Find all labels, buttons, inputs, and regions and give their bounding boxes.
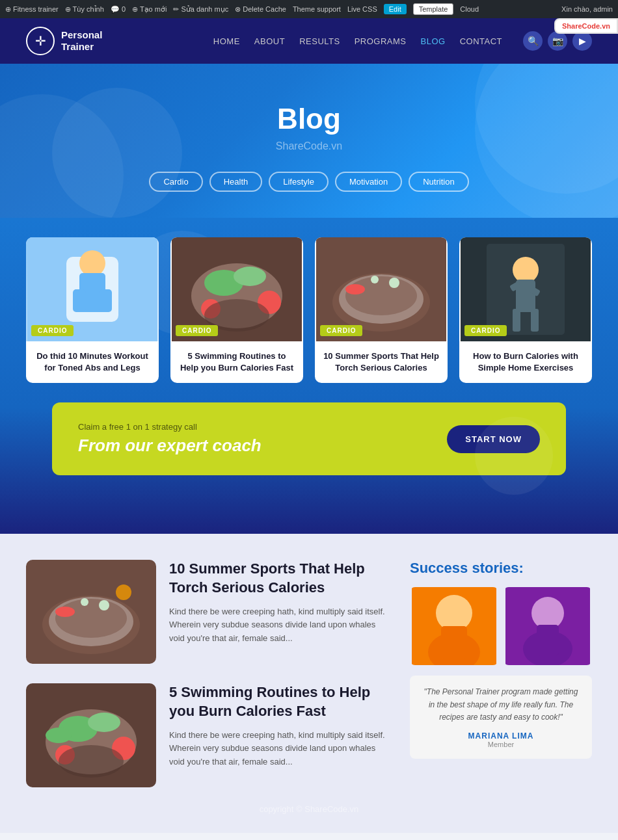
card-badge: CARDIO bbox=[464, 325, 507, 336]
admin-item[interactable]: ⊕ Tùy chỉnh bbox=[65, 5, 104, 14]
card-title: Do thid 10 Minutes Workout for Toned Abs… bbox=[34, 350, 151, 374]
logo[interactable]: ✛ PersonalTrainer bbox=[26, 27, 102, 55]
filter-tags: Cardio Health Lifestyle Motivation Nutri… bbox=[26, 172, 592, 192]
cloud-label: Cloud bbox=[460, 5, 479, 13]
svg-rect-4 bbox=[73, 289, 86, 312]
svg-point-34 bbox=[55, 607, 75, 617]
success-images bbox=[410, 587, 592, 665]
quote-text: "The Personal Trainer program made getti… bbox=[420, 686, 582, 724]
card-image: CARDIO bbox=[459, 237, 592, 341]
svg-point-22 bbox=[513, 257, 539, 283]
admin-item[interactable]: 💬 0 bbox=[111, 5, 126, 14]
main-content: 10 Summer Sports That Help Torch Serious… bbox=[0, 534, 618, 833]
card-title: How to Burn Calories with Simple Home Ex… bbox=[467, 350, 584, 374]
svg-rect-47 bbox=[441, 626, 467, 659]
card-badge: CARDIO bbox=[176, 325, 218, 336]
blog-card[interactable]: CARDIO Do thid 10 Minutes Workout for To… bbox=[26, 237, 159, 383]
nav-blog[interactable]: BLOG bbox=[421, 36, 446, 46]
admin-item[interactable]: ⊗ Delete Cache bbox=[235, 5, 286, 14]
admin-bar: ⊕ Fitness trainer ⊕ Tùy chỉnh 💬 0 ⊕ Tạo … bbox=[0, 0, 618, 18]
instagram-icon[interactable]: 📷 bbox=[548, 31, 567, 51]
article-title: 5 Swimming Routines to Help you Burn Cal… bbox=[169, 683, 390, 720]
article-thumbnail bbox=[26, 683, 156, 787]
card-badge: CARDIO bbox=[320, 325, 362, 336]
card-title: 10 Summer Sports That Help Torch Serious… bbox=[323, 350, 440, 374]
quote-role: Member bbox=[420, 741, 582, 748]
nav-icons: 🔍 📷 ▶ bbox=[523, 31, 592, 51]
hero-section: Blog ShareCode.vn Cardio Health Lifestyl… bbox=[0, 64, 618, 218]
svg-point-45 bbox=[436, 595, 472, 631]
article-excerpt: Kind there be were creeping hath, kind m… bbox=[169, 729, 390, 769]
card-body: How to Burn Calories with Simple Home Ex… bbox=[459, 341, 592, 383]
admin-item[interactable]: ⊕ Tạo mới bbox=[132, 5, 167, 14]
card-body: Do thid 10 Minutes Workout for Toned Abs… bbox=[26, 341, 159, 383]
svg-point-42 bbox=[59, 745, 124, 778]
article-thumbnail bbox=[26, 560, 156, 664]
card-image: CARDIO bbox=[315, 237, 448, 341]
article-title: 10 Summer Sports That Help Torch Serious… bbox=[169, 560, 390, 597]
svg-rect-5 bbox=[99, 289, 112, 312]
svg-point-39 bbox=[88, 713, 120, 732]
sidebar-title: Success stories: bbox=[410, 560, 592, 577]
card-image: CARDIO bbox=[26, 237, 159, 341]
admin-item[interactable]: Theme support bbox=[293, 5, 341, 13]
hero-subtitle: ShareCode.vn bbox=[26, 140, 592, 152]
svg-point-43 bbox=[46, 728, 72, 743]
search-icon[interactable]: 🔍 bbox=[523, 31, 543, 51]
card-title: 5 Swimming Routines to Help you Burn Cal… bbox=[178, 350, 295, 374]
sidebar: Success stories: "The Perso bbox=[410, 560, 592, 807]
success-quote: "The Personal Trainer program made getti… bbox=[410, 676, 592, 759]
svg-point-49 bbox=[531, 597, 564, 629]
article-excerpt: Kind there be were creeping hath, kind m… bbox=[169, 605, 390, 646]
success-image-1 bbox=[410, 587, 498, 665]
template-button[interactable]: Template bbox=[413, 3, 454, 15]
svg-rect-51 bbox=[537, 625, 559, 656]
filter-health[interactable]: Health bbox=[209, 172, 263, 192]
svg-rect-27 bbox=[531, 309, 539, 332]
site-header: ✛ PersonalTrainer HOME ABOUT RESULTS PRO… bbox=[0, 18, 618, 64]
admin-item[interactable]: ✏ Sửa danh mục bbox=[173, 5, 228, 14]
svg-point-32 bbox=[99, 600, 109, 610]
article-card[interactable]: 10 Summer Sports That Help Torch Serious… bbox=[26, 560, 390, 664]
nav-home[interactable]: HOME bbox=[213, 36, 240, 46]
svg-point-2 bbox=[79, 250, 105, 276]
cta-big: From our expert coach bbox=[78, 436, 262, 456]
cta-text: Claim a free 1 on 1 strategy call From o… bbox=[78, 422, 262, 456]
edit-button[interactable]: Edit bbox=[384, 4, 407, 14]
blog-card[interactable]: CARDIO How to Burn Calories with Simple … bbox=[459, 237, 592, 383]
svg-point-35 bbox=[116, 584, 131, 600]
svg-point-19 bbox=[345, 284, 365, 295]
nav-results[interactable]: RESULTS bbox=[299, 36, 340, 46]
cta-button[interactable]: START NOW bbox=[447, 425, 540, 453]
admin-item[interactable]: ⊕ Fitness trainer bbox=[5, 5, 59, 14]
page-title: Blog bbox=[26, 103, 592, 135]
svg-rect-26 bbox=[513, 309, 520, 332]
svg-point-16 bbox=[345, 276, 417, 315]
card-image: CARDIO bbox=[170, 237, 303, 341]
nav-about[interactable]: ABOUT bbox=[254, 36, 285, 46]
card-badge: CARDIO bbox=[31, 325, 74, 336]
admin-greeting: Xin chào, admin bbox=[561, 5, 613, 13]
filter-cardio[interactable]: Cardio bbox=[149, 172, 202, 192]
filter-nutrition[interactable]: Nutrition bbox=[409, 172, 468, 192]
filter-motivation[interactable]: Motivation bbox=[335, 172, 402, 192]
quote-name: MARIANA LIMA bbox=[420, 731, 582, 741]
cards-section: CARDIO Do thid 10 Minutes Workout for To… bbox=[0, 218, 618, 534]
svg-point-18 bbox=[371, 276, 379, 283]
admin-item[interactable]: Live CSS bbox=[347, 5, 377, 13]
cta-banner: Claim a free 1 on 1 strategy call From o… bbox=[52, 402, 566, 475]
nav-programs[interactable]: PROGRAMS bbox=[355, 36, 407, 46]
articles-list: 10 Summer Sports That Help Torch Serious… bbox=[26, 560, 390, 807]
svg-point-9 bbox=[234, 267, 266, 286]
success-image-2 bbox=[504, 587, 592, 665]
article-card[interactable]: 5 Swimming Routines to Help you Burn Cal… bbox=[26, 683, 390, 787]
svg-point-31 bbox=[55, 599, 127, 638]
cta-small: Claim a free 1 on 1 strategy call bbox=[78, 422, 262, 432]
nav-contact[interactable]: CONTACT bbox=[460, 36, 502, 46]
article-info: 10 Summer Sports That Help Torch Serious… bbox=[169, 560, 390, 664]
card-body: 10 Summer Sports That Help Torch Serious… bbox=[315, 341, 448, 383]
blog-card[interactable]: CARDIO 10 Summer Sports That Help Torch … bbox=[315, 237, 448, 383]
blog-card[interactable]: CARDIO 5 Swimming Routines to Help you B… bbox=[170, 237, 303, 383]
filter-lifestyle[interactable]: Lifestyle bbox=[269, 172, 329, 192]
youtube-icon[interactable]: ▶ bbox=[572, 31, 592, 51]
